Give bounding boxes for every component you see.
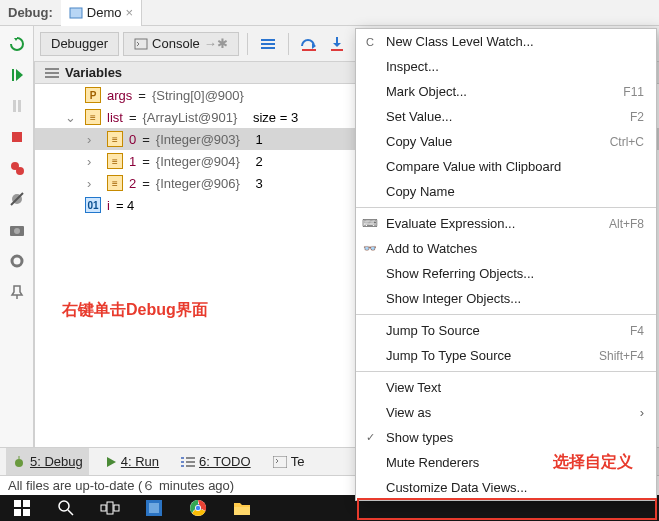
expand-icon[interactable]: › <box>87 154 101 169</box>
toolwin-debug-label: 5: Debug <box>30 454 83 469</box>
expand-icon[interactable]: › <box>87 176 101 191</box>
expand-icon[interactable]: ⌄ <box>65 110 79 125</box>
menu-item-shortcut: Shift+F4 <box>599 349 644 363</box>
snapshot-icon[interactable] <box>7 220 27 240</box>
menu-item-set-value[interactable]: Set Value...F2 <box>356 104 656 129</box>
console-tab[interactable]: Console →✱ <box>123 32 239 56</box>
svg-rect-45 <box>149 503 159 513</box>
menu-item-compare-value-with-clipboard[interactable]: Compare Value with Clipboard <box>356 154 656 179</box>
view-breakpoints-icon[interactable] <box>7 158 27 178</box>
toolwin-terminal-label: Te <box>291 454 305 469</box>
menu-item-shortcut: Ctrl+C <box>610 135 644 149</box>
taskbar-app-1[interactable] <box>132 495 176 521</box>
stop-icon[interactable] <box>7 127 27 147</box>
menu-item-add-to-watches[interactable]: 👓Add to Watches <box>356 236 656 261</box>
svg-rect-41 <box>101 505 106 511</box>
menu-item-label: Show Referring Objects... <box>386 266 534 281</box>
menu-item-view-text[interactable]: View Text <box>356 375 656 400</box>
svg-point-10 <box>14 228 20 234</box>
menu-item-copy-name[interactable]: Copy Name <box>356 179 656 204</box>
svg-rect-0 <box>70 8 82 18</box>
menu-item-inspect[interactable]: Inspect... <box>356 54 656 79</box>
svg-rect-2 <box>13 100 16 112</box>
toolwin-todo[interactable]: 6: TODO <box>175 448 257 476</box>
rerun-icon[interactable] <box>7 34 27 54</box>
svg-rect-36 <box>23 500 30 507</box>
menu-item-evaluate-expression[interactable]: ⌨Evaluate Expression...Alt+F8 <box>356 211 656 236</box>
toolwin-run[interactable]: 4: Run <box>99 448 165 476</box>
menu-item-copy-value[interactable]: Copy ValueCtrl+C <box>356 129 656 154</box>
var-name: args <box>107 88 132 103</box>
menu-item-show-types[interactable]: ✓Show types <box>356 425 656 450</box>
start-button[interactable] <box>0 495 44 521</box>
toolwin-debug[interactable]: 5: Debug <box>6 448 89 476</box>
menu-item-shortcut: F11 <box>623 85 644 99</box>
var-size: size = 3 <box>253 110 298 125</box>
svg-rect-3 <box>18 100 21 112</box>
svg-rect-4 <box>12 132 22 142</box>
svg-point-26 <box>15 459 23 467</box>
field-icon: ≡ <box>107 175 123 191</box>
field-icon: ≡ <box>85 109 101 125</box>
taskbar-chrome[interactable] <box>176 495 220 521</box>
var-value: {Integer@904} <box>156 154 240 169</box>
var-name: 0 <box>129 132 136 147</box>
svg-point-39 <box>59 501 69 511</box>
session-tab-demo[interactable]: Demo × <box>61 0 142 26</box>
debugger-tab[interactable]: Debugger <box>40 32 119 56</box>
pin-icon[interactable] <box>7 282 27 302</box>
menu-separator <box>356 371 656 372</box>
menu-item-view-as[interactable]: View as› <box>356 400 656 425</box>
menu-item-label: Set Value... <box>386 109 452 124</box>
annotation-right: 选择自定义 <box>553 452 633 473</box>
svg-point-11 <box>12 256 22 266</box>
menu-item-label: Show types <box>386 430 453 445</box>
show-frames-icon[interactable] <box>256 32 280 56</box>
close-icon[interactable]: × <box>125 5 133 20</box>
equals-sign: = <box>129 110 137 125</box>
menu-item-jump-to-type-source[interactable]: Jump To Type SourceShift+F4 <box>356 343 656 368</box>
menu-separator <box>356 314 656 315</box>
menu-item-label: View as <box>386 405 431 420</box>
svg-rect-34 <box>273 456 287 468</box>
resume-icon[interactable] <box>7 65 27 85</box>
play-icon <box>105 456 117 468</box>
taskview-icon[interactable] <box>88 495 132 521</box>
step-into-icon[interactable] <box>325 32 349 56</box>
settings-icon[interactable] <box>7 251 27 271</box>
taskbar-explorer[interactable] <box>220 495 264 521</box>
var-primitive: 3 <box>256 176 263 191</box>
menu-item-customize-data-views[interactable]: Customize Data Views... <box>356 475 656 500</box>
menu-item-jump-to-source[interactable]: Jump To SourceF4 <box>356 318 656 343</box>
field-icon: ≡ <box>107 131 123 147</box>
var-name: i <box>107 198 110 213</box>
svg-rect-42 <box>107 502 113 514</box>
menu-item-shortcut: F2 <box>630 110 644 124</box>
var-value: {ArrayList@901} <box>142 110 237 125</box>
step-over-icon[interactable] <box>297 32 321 56</box>
menu-item-icon: 👓 <box>362 241 378 257</box>
svg-point-6 <box>16 167 24 175</box>
var-name: list <box>107 110 123 125</box>
var-name: 1 <box>129 154 136 169</box>
menu-item-show-referring-objects[interactable]: Show Referring Objects... <box>356 261 656 286</box>
bug-icon <box>12 455 26 469</box>
var-primitive: 2 <box>256 154 263 169</box>
menu-item-label: Mark Object... <box>386 84 467 99</box>
variables-header-icon <box>45 68 59 78</box>
pause-icon[interactable] <box>7 96 27 116</box>
svg-point-49 <box>196 506 200 510</box>
var-value: {String[0]@900} <box>152 88 244 103</box>
menu-item-mark-object[interactable]: Mark Object...F11 <box>356 79 656 104</box>
menu-item-label: Add to Watches <box>386 241 477 256</box>
svg-rect-43 <box>114 505 119 511</box>
expand-icon[interactable]: › <box>87 132 101 147</box>
menu-item-show-integer-objects[interactable]: Show Integer Objects... <box>356 286 656 311</box>
toolwin-terminal[interactable]: Te <box>267 448 311 476</box>
svg-line-40 <box>68 510 73 515</box>
todo-icon <box>181 456 195 468</box>
svg-rect-12 <box>135 39 147 49</box>
search-icon[interactable] <box>44 495 88 521</box>
mute-breakpoints-icon[interactable] <box>7 189 27 209</box>
menu-item-new-class-level-watch[interactable]: CNew Class Level Watch... <box>356 29 656 54</box>
